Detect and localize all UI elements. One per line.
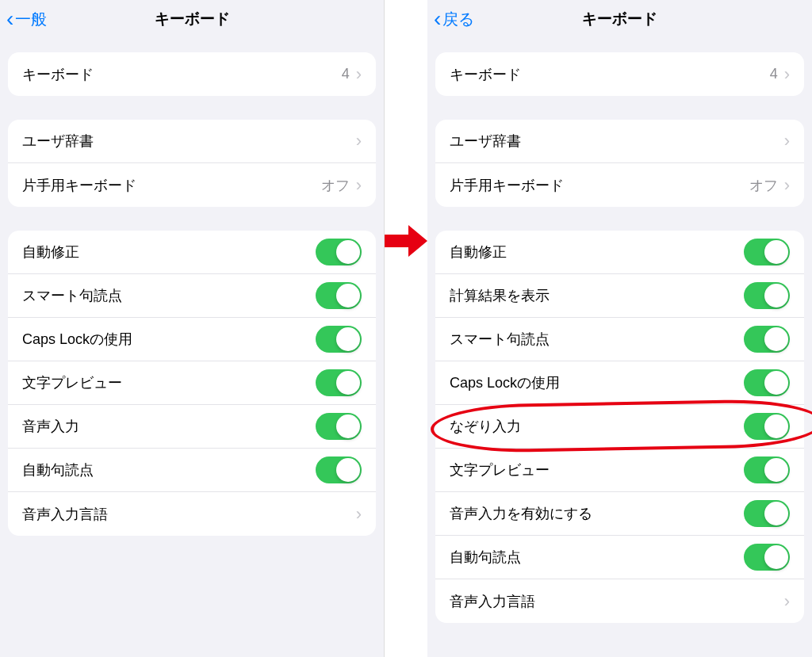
row-label: Caps Lockの使用 (450, 373, 744, 392)
settings-row[interactable]: Caps Lockの使用 (435, 361, 804, 405)
settings-row[interactable]: 片手用キーボードオフ› (8, 163, 376, 207)
row-label: Caps Lockの使用 (22, 330, 316, 349)
row-label: 片手用キーボード (22, 176, 321, 195)
toggle-switch[interactable] (744, 326, 790, 353)
back-label-left: 一般 (15, 9, 47, 30)
right-pane: ‹ 戻る キーボード キーボード4› ユーザ辞書›片手用キーボードオフ› 自動修… (427, 0, 812, 657)
group-left-2: ユーザ辞書›片手用キーボードオフ› (8, 120, 376, 207)
toggle-switch[interactable] (316, 413, 362, 440)
switch-knob (764, 458, 788, 482)
toggle-switch[interactable] (744, 369, 790, 396)
switch-knob (764, 414, 788, 438)
toggle-switch[interactable] (744, 456, 790, 483)
settings-row[interactable]: スマート句読点 (435, 318, 804, 361)
switch-knob (336, 458, 360, 482)
row-label: 文字プレビュー (450, 460, 744, 479)
settings-row[interactable]: 文字プレビュー (435, 449, 804, 492)
settings-row[interactable]: 自動句読点 (435, 536, 804, 579)
toggle-switch[interactable] (316, 369, 362, 396)
content-right: キーボード4› ユーザ辞書›片手用キーボードオフ› 自動修正計算結果を表示スマー… (427, 38, 812, 647)
settings-row[interactable]: 音声入力言語› (435, 579, 804, 623)
settings-row[interactable]: 文字プレビュー (8, 361, 376, 405)
settings-row[interactable]: 音声入力言語› (8, 492, 376, 536)
toggle-switch[interactable] (316, 326, 362, 353)
settings-row[interactable]: Caps Lockの使用 (8, 318, 376, 361)
toggle-switch[interactable] (744, 239, 790, 265)
row-label: 自動修正 (22, 243, 316, 262)
switch-knob (336, 284, 360, 307)
chevron-right-icon: › (356, 64, 362, 85)
row-value: 4 (342, 66, 350, 82)
settings-row[interactable]: キーボード4› (8, 52, 376, 96)
row-label: 文字プレビュー (22, 373, 316, 392)
nav-title-left: キーボード (155, 9, 230, 29)
nav-title-right: キーボード (582, 9, 657, 29)
settings-row[interactable]: 自動修正 (435, 231, 804, 274)
switch-knob (764, 502, 788, 525)
chevron-right-icon: › (356, 131, 362, 151)
navbar-right: ‹ 戻る キーボード (427, 0, 812, 38)
switch-knob (336, 371, 360, 395)
group-right-2: ユーザ辞書›片手用キーボードオフ› (435, 120, 804, 207)
chevron-right-icon: › (784, 64, 790, 85)
switch-knob (764, 240, 788, 264)
toggle-switch[interactable] (744, 413, 790, 440)
row-value: オフ (749, 176, 778, 195)
settings-row[interactable]: 音声入力 (8, 405, 376, 449)
chevron-right-icon: › (784, 591, 790, 612)
settings-row[interactable]: 音声入力を有効にする (435, 492, 804, 536)
row-label: スマート句読点 (22, 286, 316, 305)
toggle-switch[interactable] (316, 282, 362, 309)
row-value: 4 (770, 66, 778, 82)
arrow-icon (385, 222, 427, 260)
toggle-switch[interactable] (316, 456, 362, 483)
arrow-gap (385, 0, 427, 657)
content-left: キーボード4› ユーザ辞書›片手用キーボードオフ› 自動修正スマート句読点Cap… (0, 38, 384, 560)
toggle-switch[interactable] (316, 239, 362, 265)
chevron-left-icon: ‹ (6, 8, 13, 30)
row-label: 音声入力言語 (450, 592, 784, 611)
row-label: 音声入力を有効にする (450, 504, 744, 523)
chevron-left-icon: ‹ (434, 8, 441, 30)
group-left-3: 自動修正スマート句読点Caps Lockの使用文字プレビュー音声入力自動句読点音… (8, 231, 376, 536)
toggle-switch[interactable] (744, 282, 790, 309)
settings-row[interactable]: 計算結果を表示 (435, 274, 804, 318)
group-right-1: キーボード4› (435, 52, 804, 96)
switch-knob (764, 371, 788, 395)
settings-row[interactable]: キーボード4› (435, 52, 804, 96)
row-label: 音声入力 (22, 417, 316, 436)
left-pane: ‹ 一般 キーボード キーボード4› ユーザ辞書›片手用キーボードオフ› 自動修… (0, 0, 385, 657)
row-label: ユーザ辞書 (450, 132, 784, 151)
chevron-right-icon: › (356, 504, 362, 525)
switch-knob (764, 284, 788, 307)
settings-row[interactable]: なぞり入力 (435, 405, 804, 449)
group-left-1: キーボード4› (8, 52, 376, 96)
switch-knob (336, 240, 360, 264)
settings-row[interactable]: ユーザ辞書› (435, 120, 804, 163)
settings-row[interactable]: 自動句読点 (8, 449, 376, 492)
row-label: 自動修正 (450, 243, 744, 262)
back-label-right: 戻る (442, 9, 474, 30)
row-label: キーボード (22, 65, 342, 84)
row-label: 計算結果を表示 (450, 286, 744, 305)
row-label: なぞり入力 (450, 417, 744, 436)
settings-row[interactable]: 片手用キーボードオフ› (435, 163, 804, 207)
back-button-left[interactable]: ‹ 一般 (6, 8, 47, 30)
toggle-switch[interactable] (744, 500, 790, 527)
chevron-right-icon: › (356, 175, 362, 196)
row-label: スマート句読点 (450, 330, 744, 349)
switch-knob (336, 414, 360, 438)
group-right-3: 自動修正計算結果を表示スマート句読点Caps Lockの使用なぞり入力文字プレビ… (435, 231, 804, 623)
back-button-right[interactable]: ‹ 戻る (434, 8, 474, 30)
navbar-left: ‹ 一般 キーボード (0, 0, 384, 38)
switch-knob (764, 545, 788, 569)
row-value: オフ (321, 176, 350, 195)
settings-row[interactable]: スマート句読点 (8, 274, 376, 318)
chevron-right-icon: › (784, 131, 790, 151)
settings-row[interactable]: ユーザ辞書› (8, 120, 376, 163)
chevron-right-icon: › (784, 175, 790, 196)
toggle-switch[interactable] (744, 544, 790, 571)
row-label: 自動句読点 (450, 548, 744, 567)
settings-row[interactable]: 自動修正 (8, 231, 376, 274)
switch-knob (764, 327, 788, 351)
